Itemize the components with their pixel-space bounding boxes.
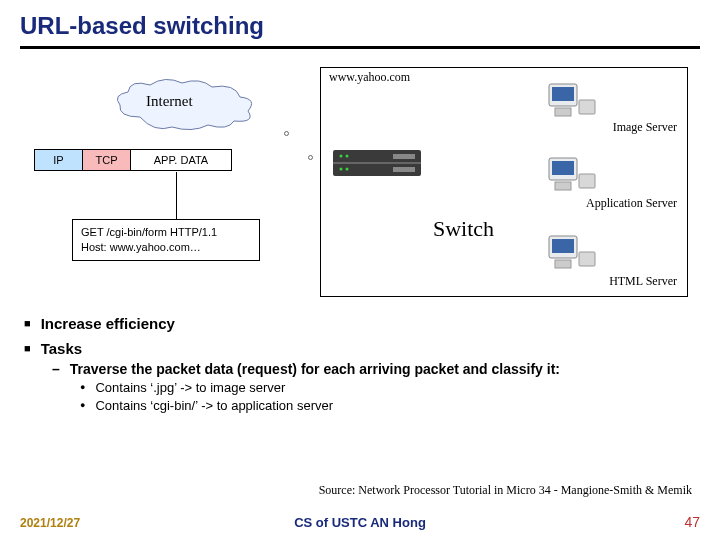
internet-label: Internet bbox=[146, 93, 193, 110]
svg-rect-17 bbox=[552, 239, 574, 253]
footer-center: CS of USTC AN Hong bbox=[294, 515, 426, 530]
svg-rect-10 bbox=[555, 108, 571, 116]
svg-point-3 bbox=[346, 155, 349, 158]
svg-rect-19 bbox=[579, 252, 595, 266]
svg-rect-7 bbox=[393, 167, 415, 172]
svg-rect-1 bbox=[333, 162, 421, 164]
svg-rect-9 bbox=[552, 87, 574, 101]
svg-point-5 bbox=[346, 168, 349, 171]
diagram-area: Internet IP TCP APP. DATA GET /cgi-bin/f… bbox=[20, 59, 700, 307]
image-server-icon bbox=[547, 80, 597, 120]
svg-point-4 bbox=[340, 168, 343, 171]
html-server-label: HTML Server bbox=[609, 274, 677, 289]
svg-rect-14 bbox=[555, 182, 571, 190]
image-server-label: Image Server bbox=[613, 120, 677, 135]
html-server-icon bbox=[547, 232, 597, 272]
svg-rect-15 bbox=[579, 174, 595, 188]
http-request-box: GET /cgi-bin/form HTTP/1.1 Host: www.yah… bbox=[72, 219, 260, 261]
bullet-cgibin: Contains ‘cgi-bin/’ -> to application se… bbox=[80, 398, 700, 413]
title-rule bbox=[20, 46, 700, 49]
server-cluster-box: www.yahoo.com Switch bbox=[320, 67, 688, 297]
svg-rect-13 bbox=[552, 161, 574, 175]
bullet-list: Increase efficiency Tasks Traverse the p… bbox=[20, 315, 700, 413]
svg-rect-18 bbox=[555, 260, 571, 268]
footer-page-number: 47 bbox=[684, 514, 700, 530]
switch-label: Switch bbox=[433, 216, 494, 242]
svg-rect-6 bbox=[393, 154, 415, 159]
bullet-jpg: Contains ‘.jpg’ -> to image server bbox=[80, 380, 700, 395]
slide-title: URL-based switching bbox=[20, 12, 700, 40]
packet-appdata: APP. DATA bbox=[131, 150, 231, 170]
switch-rack-icon bbox=[333, 150, 421, 176]
svg-rect-11 bbox=[579, 100, 595, 114]
application-server-icon bbox=[547, 154, 597, 194]
bullet-tasks: Tasks bbox=[24, 340, 700, 357]
leader-line bbox=[176, 172, 177, 219]
bullet-efficiency: Increase efficiency bbox=[24, 315, 700, 332]
application-server-label: Application Server bbox=[586, 196, 677, 211]
packet-box: IP TCP APP. DATA bbox=[34, 149, 232, 171]
packet-ip: IP bbox=[35, 150, 83, 170]
http-line1: GET /cgi-bin/form HTTP/1.1 bbox=[81, 225, 251, 240]
svg-point-2 bbox=[340, 155, 343, 158]
connector-dot bbox=[284, 131, 289, 136]
packet-tcp: TCP bbox=[83, 150, 131, 170]
cluster-host-label: www.yahoo.com bbox=[329, 70, 410, 85]
source-citation: Source: Network Processor Tutorial in Mi… bbox=[319, 483, 692, 498]
http-line2: Host: www.yahoo.com… bbox=[81, 240, 251, 255]
footer-date: 2021/12/27 bbox=[20, 516, 80, 530]
bullet-traverse: Traverse the packet data (request) for e… bbox=[52, 361, 700, 377]
connector-dot bbox=[308, 155, 313, 160]
